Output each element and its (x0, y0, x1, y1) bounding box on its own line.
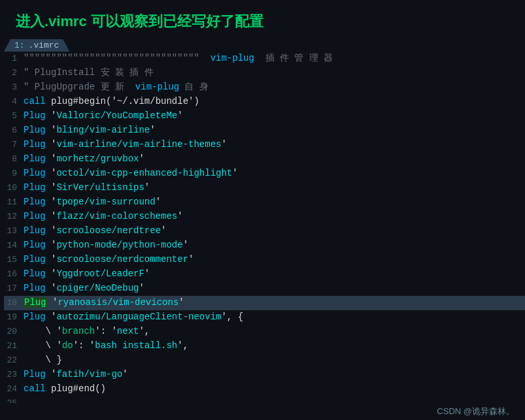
code-token: do (62, 340, 73, 351)
code-token: \ } (24, 355, 62, 365)
code-line-body: call plug#end() (24, 382, 525, 396)
line-number: 21 (4, 340, 24, 353)
code-token: Plug (24, 125, 46, 135)
line-number: 24 (4, 383, 24, 396)
code-editor[interactable]: 1"""""""""""""""""""""""""""""""" vim-pl… (0, 52, 525, 403)
code-line-body (24, 396, 525, 403)
tab-bar: 1:.vimrc (0, 39, 525, 52)
editor-window: 进入.vimrc 可以观察到已经写好了配置 1:.vimrc 1""""""""… (0, 0, 525, 420)
line-number: 9 (4, 167, 24, 180)
code-token: plug#end() (46, 383, 106, 394)
table-row: 8Plug 'morhetz/gruvbox' (4, 152, 525, 167)
code-token: ', { (221, 312, 243, 322)
code-token: Plug (24, 168, 46, 178)
line-number: 1 (4, 52, 24, 65)
line-number: 2 (4, 67, 24, 80)
code-token: ' (139, 153, 144, 164)
line-number: 16 (4, 268, 24, 281)
code-token: ' (46, 125, 57, 135)
code-line-body: \ 'branch': 'next', (24, 325, 525, 339)
code-token: vim-plug (135, 82, 179, 92)
table-row: 17Plug 'cpiger/NeoDebug' (4, 282, 525, 296)
code-token: 自 身 (179, 82, 209, 92)
code-token: ': ' (73, 340, 95, 351)
code-token: ' (46, 225, 57, 236)
code-token: ', (139, 326, 150, 336)
code-line-body: Plug 'SirVer/ultisnips' (24, 181, 525, 195)
code-token: next (117, 326, 139, 336)
table-row: 23Plug 'fatih/vim-go' (4, 368, 525, 382)
code-token: ' (46, 139, 57, 150)
code-token: plug#begin('~/.vim/bundle') (46, 96, 199, 106)
line-number: 23 (4, 368, 24, 381)
line-number: 19 (4, 311, 24, 324)
editor-area: 1:.vimrc 1""""""""""""""""""""""""""""""… (0, 39, 525, 403)
code-token: ' (177, 110, 182, 121)
code-token: ' (144, 268, 150, 279)
line-number: 25 (4, 397, 24, 403)
code-token: branch (62, 326, 95, 336)
line-number: 18 (4, 297, 24, 310)
table-row: 14Plug 'python-mode/python-mode' (4, 238, 525, 253)
code-token: ' (178, 297, 184, 308)
table-row: 1"""""""""""""""""""""""""""""""" vim-pl… (4, 52, 525, 66)
code-token: scrooloose/nerdtree (56, 225, 161, 236)
code-token: ' (188, 254, 194, 265)
code-token: scrooloose/nerdcommenter (56, 254, 188, 265)
code-line-body: Plug 'vim-airline/vim-airline-themes' (24, 138, 525, 152)
line-number: 12 (4, 210, 24, 223)
code-line-body: Plug 'scrooloose/nerdcommenter' (24, 253, 525, 267)
tab-number: 1: (14, 40, 25, 50)
code-token: \ ' (24, 340, 62, 351)
code-token: ' (46, 240, 57, 250)
line-number: 10 (4, 182, 24, 195)
code-token: ' (46, 168, 57, 178)
code-line-body: Plug 'ryanoasis/vim-devicons' (24, 296, 525, 310)
title-bar: 进入.vimrc 可以观察到已经写好了配置 (0, 0, 525, 39)
tab-name: .vimrc (29, 40, 59, 50)
table-row: 24call plug#end() (4, 382, 525, 396)
code-token: ' (46, 153, 57, 164)
code-line-body: \ } (24, 353, 525, 368)
code-token: ' (46, 268, 57, 279)
code-token: ', (177, 340, 188, 351)
code-line-body: \ 'do': 'bash install.sh', (24, 339, 525, 353)
code-token: Plug (24, 297, 47, 308)
code-token: ' (46, 254, 57, 265)
code-token: ' (139, 283, 144, 293)
code-token: fatih/vim-go (56, 369, 122, 380)
code-token: ' (46, 283, 57, 293)
tab-active[interactable]: 1:.vimrc (4, 39, 69, 52)
code-token: ' (46, 211, 57, 221)
code-token: ' (177, 211, 182, 221)
code-token: call (24, 96, 46, 106)
code-line-body: Plug 'cpiger/NeoDebug' (24, 282, 525, 296)
code-token: Plug (24, 211, 46, 221)
table-row: 9Plug 'octol/vim-cpp-enhanced-highlight' (4, 167, 525, 181)
code-line-body: Plug 'flazz/vim-colorschemes' (24, 210, 525, 224)
table-row: 22 \ } (4, 353, 525, 368)
table-row: 10Plug 'SirVer/ultisnips' (4, 181, 525, 195)
code-line-body: Plug 'Yggdroot/LeaderF' (24, 267, 525, 282)
code-token: SirVer/ultisnips (56, 182, 144, 193)
code-token: Plug (24, 225, 46, 236)
code-token: " PlugInstall 安 装 插 件 (24, 67, 154, 78)
code-token: vim-plug (211, 53, 254, 63)
code-token: vim-airline/vim-airline-themes (56, 139, 221, 150)
table-row: 6Plug 'bling/vim-airline' (4, 123, 525, 138)
table-row: 7Plug 'vim-airline/vim-airline-themes' (4, 138, 525, 152)
page-title: 进入.vimrc 可以观察到已经写好了配置 (16, 13, 263, 29)
code-token: ' (46, 369, 57, 380)
code-token: Plug (24, 283, 46, 293)
code-line-body: Plug 'autozimu/LanguageClient-neovim', { (24, 310, 525, 325)
code-line-body: Plug 'octol/vim-cpp-enhanced-highlight' (24, 167, 525, 181)
code-token: ' (183, 240, 188, 250)
code-line-body: Plug 'fatih/vim-go' (24, 368, 525, 382)
code-token: ' (122, 369, 127, 380)
code-token: Plug (24, 369, 46, 380)
code-token: \ ' (24, 326, 62, 336)
code-token: ': ' (95, 326, 117, 336)
line-number: 8 (4, 153, 24, 166)
code-token: Plug (24, 312, 46, 322)
code-token: bling/vim-airline (56, 125, 150, 135)
